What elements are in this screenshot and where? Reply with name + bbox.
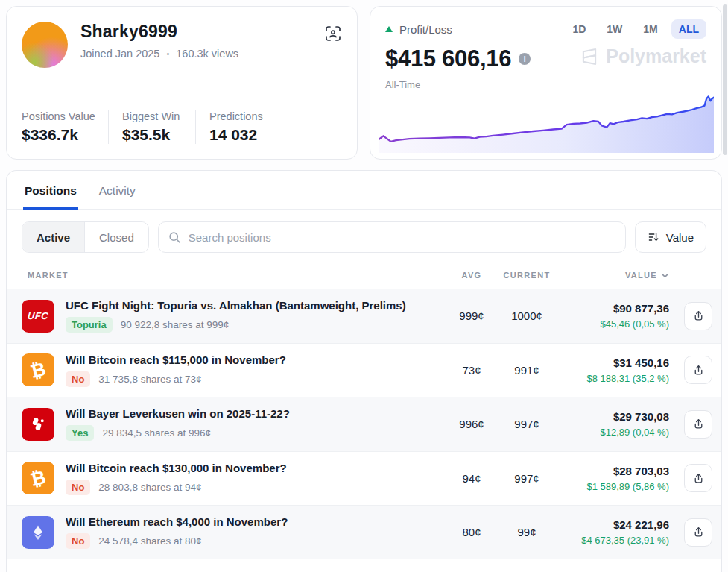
- position-row-bitcoin-115k[interactable]: ₿ Will Bitcoin reach $115,000 in Novembe…: [7, 343, 721, 397]
- share-icon: [692, 472, 705, 485]
- info-icon[interactable]: i: [519, 53, 531, 65]
- position-row-bitcoin-130k[interactable]: ₿ Will Bitcoin reach $130,000 in Novembe…: [7, 451, 721, 506]
- outcome-badge: Yes: [66, 425, 94, 441]
- tab-bar: Positions Activity: [7, 171, 721, 210]
- market-title: UFC Fight Night: Topuria vs. Almakhan (B…: [66, 299, 449, 312]
- search-input[interactable]: [189, 231, 615, 244]
- current-price: 997¢: [495, 418, 559, 430]
- outcome-badge: No: [66, 533, 90, 549]
- share-button[interactable]: [684, 302, 712, 330]
- position-row-ufc-topuria[interactable]: UFC UFC Fight Night: Topuria vs. Almakha…: [7, 289, 721, 343]
- pnl-period: All-Time: [385, 79, 706, 90]
- polymarket-logo-icon: [580, 47, 599, 66]
- share-button[interactable]: [684, 518, 712, 547]
- pnl-label: Profit/Loss: [399, 23, 452, 36]
- sort-icon: [648, 231, 659, 243]
- divider: [195, 110, 196, 144]
- tab-activity[interactable]: Activity: [98, 171, 137, 209]
- search-icon: [168, 231, 181, 244]
- stat-predictions: Predictions 14 032: [209, 110, 296, 144]
- joined-date: Joined Jan 2025: [80, 48, 159, 60]
- search-box[interactable]: [158, 221, 626, 253]
- current-price: 997¢: [495, 472, 559, 485]
- market-title: Will Bayer Leverkusen win on 2025-11-22?: [66, 407, 449, 420]
- profile-card: Sharky6999 Joined Jan 2025 • 160.3k view…: [6, 6, 358, 160]
- outcome-badge: No: [66, 371, 90, 387]
- share-icon: [692, 309, 705, 322]
- profile-name: Sharky6999: [80, 22, 238, 42]
- sort-by-value-button[interactable]: Value: [635, 221, 706, 253]
- qr-scan-icon[interactable]: [324, 25, 342, 43]
- shares-info: 31 735,8 shares at 73¢: [98, 374, 201, 385]
- market-title: Will Bitcoin reach $130,000 in November?: [66, 462, 449, 474]
- header-value-sort[interactable]: VALUE: [559, 271, 669, 280]
- header-cards: Sharky6999 Joined Jan 2025 • 160.3k view…: [0, 0, 728, 160]
- range-1m[interactable]: 1M: [636, 19, 665, 39]
- outcome-badge: No: [66, 480, 90, 495]
- position-value: $90 877,36: [559, 302, 669, 315]
- tab-positions[interactable]: Positions: [23, 171, 78, 210]
- dot-separator: •: [166, 49, 169, 58]
- page-scrollbar-thumb[interactable]: [723, 4, 727, 155]
- share-icon: [692, 364, 705, 377]
- position-value: $31 450,16: [559, 356, 669, 369]
- header-current: CURRENT: [495, 271, 559, 280]
- market-title: Will Ethereum reach $4,000 in November?: [66, 515, 449, 528]
- pnl-card: Profit/Loss 1D 1W 1M ALL $415 606,16 i A…: [370, 6, 722, 160]
- pnl-value: $415 606,16: [385, 45, 511, 72]
- range-1w[interactable]: 1W: [599, 19, 630, 39]
- shares-info: 29 834,5 shares at 996¢: [102, 427, 211, 439]
- status-segmented-control: Active Closed: [22, 221, 149, 253]
- bundesliga-logo: [22, 408, 54, 441]
- soccer-player-icon: [28, 415, 48, 434]
- market-title: Will Bitcoin reach $115,000 in November?: [66, 353, 449, 366]
- profile-stats: Positions Value $336.7k Biggest Win $35.…: [22, 110, 342, 144]
- trend-up-icon: [385, 26, 393, 32]
- shares-info: 24 578,4 shares at 80¢: [98, 535, 201, 547]
- share-button[interactable]: [684, 410, 712, 439]
- range-1d[interactable]: 1D: [565, 19, 593, 39]
- current-price: 991¢: [495, 364, 559, 377]
- position-value: $24 221,96: [559, 518, 669, 531]
- position-row-ethereum-4k[interactable]: Will Ethereum reach $4,000 in November? …: [7, 505, 721, 559]
- current-price: 1000¢: [495, 309, 559, 322]
- ufc-logo: UFC: [22, 300, 54, 333]
- position-profit: $12,89 (0,04 %): [559, 427, 669, 438]
- header-market: MARKET: [28, 271, 449, 280]
- chevron-down-icon: [661, 271, 669, 280]
- avg-price: 73¢: [449, 364, 495, 377]
- table-header: MARKET AVG CURRENT VALUE: [7, 263, 721, 289]
- time-range-selector: 1D 1W 1M ALL: [565, 19, 706, 39]
- filter-bar: Active Closed Value: [7, 210, 721, 263]
- header-avg: AVG: [449, 271, 495, 280]
- current-price: 99¢: [495, 526, 559, 538]
- stat-biggest-win: Biggest Win $35.5k: [122, 110, 195, 144]
- position-profit: $1 589,89 (5,86 %): [559, 481, 669, 492]
- positions-panel: Positions Activity Active Closed Value M…: [6, 170, 722, 572]
- polymarket-watermark: Polymarket: [580, 45, 706, 67]
- shares-info: 28 803,8 shares at 94¢: [98, 482, 201, 493]
- avg-price: 94¢: [449, 472, 495, 485]
- share-icon: [692, 418, 705, 430]
- divider: [108, 110, 109, 144]
- bitcoin-logo: ₿: [22, 462, 54, 494]
- range-all[interactable]: ALL: [671, 19, 706, 39]
- position-profit: $4 673,35 (23,91 %): [559, 535, 669, 546]
- pnl-chart[interactable]: [379, 90, 714, 153]
- share-button[interactable]: [684, 464, 712, 492]
- share-button[interactable]: [684, 356, 712, 384]
- position-profit: $8 188,31 (35,2 %): [559, 373, 669, 384]
- outcome-badge: Topuria: [66, 317, 113, 333]
- avg-price: 80¢: [449, 526, 495, 538]
- ethereum-logo: [22, 516, 54, 549]
- segment-active[interactable]: Active: [22, 222, 84, 252]
- avatar: [22, 22, 68, 68]
- shares-info: 90 922,8 shares at 999¢: [121, 319, 230, 330]
- avg-price: 996¢: [449, 418, 495, 430]
- bitcoin-logo: ₿: [22, 353, 54, 386]
- position-profit: $45,46 (0,05 %): [559, 318, 669, 330]
- avg-price: 999¢: [449, 309, 495, 322]
- segment-closed[interactable]: Closed: [84, 222, 148, 252]
- views-count: 160.3k views: [176, 48, 238, 60]
- position-row-leverkusen[interactable]: Will Bayer Leverkusen win on 2025-11-22?…: [7, 397, 721, 451]
